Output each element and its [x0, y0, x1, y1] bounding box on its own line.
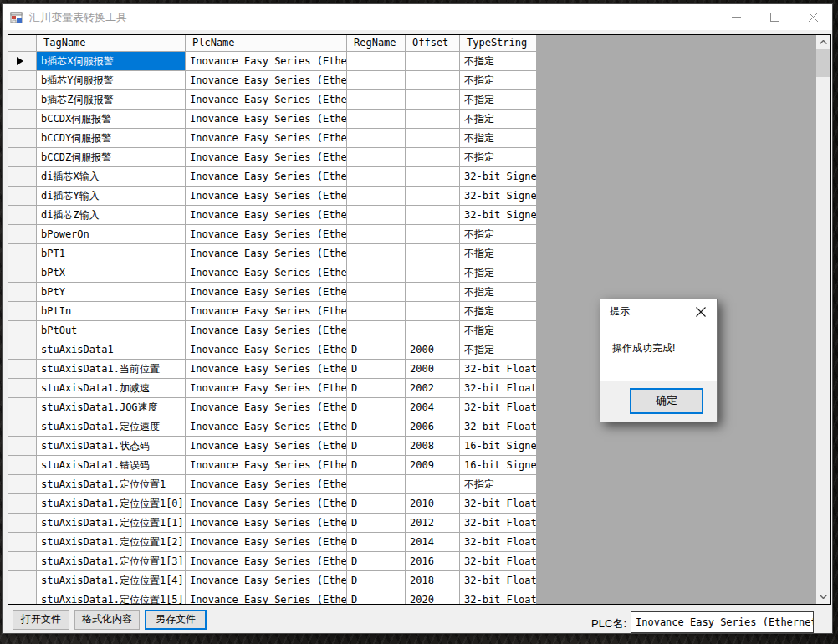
table-cell[interactable]: di插芯X输入 [37, 167, 186, 187]
table-cell[interactable]: Inovance Easy Series (Ethernet) [186, 571, 347, 590]
table-cell[interactable]: D [347, 533, 406, 552]
table-cell[interactable]: Inovance Easy Series (Ethernet) [186, 187, 347, 206]
table-cell[interactable]: stuAxisData1.状态码 [37, 437, 186, 456]
row-header[interactable] [8, 552, 37, 571]
table-cell[interactable] [406, 302, 460, 321]
table-cell[interactable]: stuAxisData1.错误码 [37, 456, 186, 475]
format-content-button[interactable]: 格式化内容 [74, 610, 140, 630]
table-cell[interactable]: bCCDX伺服报警 [37, 110, 186, 129]
table-cell[interactable]: Inovance Easy Series (Ethernet) [186, 206, 347, 225]
dialog-title-bar[interactable]: 提示 [600, 299, 717, 324]
table-cell[interactable] [347, 283, 406, 302]
table-cell[interactable]: 2009 [406, 456, 460, 475]
dialog-ok-button[interactable]: 确定 [630, 388, 703, 414]
table-cell[interactable]: b插芯Y伺服报警 [37, 71, 186, 90]
table-cell[interactable]: stuAxisData1.定位位置1[1] [37, 514, 186, 533]
table-cell[interactable]: stuAxisData1.定位位置1[2] [37, 533, 186, 552]
table-cell[interactable]: stuAxisData1.定位位置1[5] [37, 590, 186, 605]
table-cell[interactable] [406, 52, 460, 71]
table-cell[interactable]: 2018 [406, 571, 460, 590]
table-cell[interactable]: 不指定 [460, 321, 537, 340]
plc-name-input[interactable] [631, 611, 814, 633]
table-cell[interactable]: 32-bit Float [460, 398, 537, 417]
table-cell[interactable]: Inovance Easy Series (Ethernet) [186, 590, 347, 605]
table-cell[interactable]: Inovance Easy Series (Ethernet) [186, 90, 347, 110]
table-cell[interactable]: 不指定 [460, 244, 537, 263]
table-cell[interactable] [347, 263, 406, 283]
row-header[interactable] [8, 52, 37, 71]
table-cell[interactable]: Inovance Easy Series (Ethernet) [186, 225, 347, 244]
table-cell[interactable]: Inovance Easy Series (Ethernet) [186, 340, 347, 360]
table-cell[interactable] [406, 167, 460, 187]
table-cell[interactable]: b插芯X伺服报警 [37, 52, 186, 71]
table-cell[interactable]: 不指定 [460, 283, 537, 302]
table-cell[interactable]: 不指定 [460, 340, 537, 360]
table-cell[interactable]: D [347, 360, 406, 379]
table-cell[interactable] [347, 321, 406, 340]
table-cell[interactable]: 不指定 [460, 148, 537, 167]
table-cell[interactable]: bPtX [37, 263, 186, 283]
row-header[interactable] [8, 475, 37, 494]
table-cell[interactable]: 2008 [406, 437, 460, 456]
table-cell[interactable]: D [347, 590, 406, 605]
title-bar[interactable]: 汇川变量表转换工具 [3, 4, 832, 30]
table-cell[interactable]: D [347, 494, 406, 514]
row-header[interactable] [8, 417, 37, 437]
table-cell[interactable]: di插芯Z输入 [37, 206, 186, 225]
open-file-button[interactable]: 打开文件 [13, 610, 69, 630]
table-cell[interactable]: 2016 [406, 552, 460, 571]
table-cell[interactable]: Inovance Easy Series (Ethernet) [186, 379, 347, 398]
table-cell[interactable]: 2010 [406, 494, 460, 514]
table-cell[interactable]: stuAxisData1.定位位置1[0] [37, 494, 186, 514]
table-cell[interactable]: bPtIn [37, 302, 186, 321]
table-cell[interactable] [406, 206, 460, 225]
table-cell[interactable]: Inovance Easy Series (Ethernet) [186, 494, 347, 514]
column-header-typestring[interactable]: TypeString [460, 35, 537, 52]
minimize-button[interactable] [717, 4, 755, 30]
table-cell[interactable]: 16-bit Signed [460, 456, 537, 475]
table-cell[interactable]: 2002 [406, 379, 460, 398]
table-cell[interactable]: D [347, 417, 406, 437]
table-cell[interactable]: 32-bit Signed [460, 187, 537, 206]
table-cell[interactable]: 32-bit Signed [460, 206, 537, 225]
table-cell[interactable]: 不指定 [460, 52, 537, 71]
table-cell[interactable]: D [347, 398, 406, 417]
table-cell[interactable]: D [347, 514, 406, 533]
row-header[interactable] [8, 167, 37, 187]
table-cell[interactable]: stuAxisData1.定位速度 [37, 417, 186, 437]
table-cell[interactable] [406, 148, 460, 167]
table-cell[interactable]: di插芯Y输入 [37, 187, 186, 206]
table-cell[interactable]: 不指定 [460, 225, 537, 244]
row-header[interactable] [8, 225, 37, 244]
table-cell[interactable]: 2004 [406, 398, 460, 417]
table-cell[interactable]: Inovance Easy Series (Ethernet) [186, 360, 347, 379]
table-corner-header[interactable] [8, 35, 37, 52]
table-cell[interactable]: D [347, 437, 406, 456]
row-header[interactable] [8, 590, 37, 605]
row-header[interactable] [8, 360, 37, 379]
table-cell[interactable]: 32-bit Float [460, 571, 537, 590]
table-cell[interactable] [406, 129, 460, 148]
row-header[interactable] [8, 494, 37, 514]
table-cell[interactable]: 16-bit Signed [460, 437, 537, 456]
row-header[interactable] [8, 533, 37, 552]
row-header[interactable] [8, 456, 37, 475]
row-header[interactable] [8, 321, 37, 340]
row-header[interactable] [8, 206, 37, 225]
table-cell[interactable]: Inovance Easy Series (Ethernet) [186, 552, 347, 571]
table-cell[interactable]: 32-bit Float [460, 552, 537, 571]
table-cell[interactable]: bCCDY伺服报警 [37, 129, 186, 148]
row-header[interactable] [8, 437, 37, 456]
row-header[interactable] [8, 71, 37, 90]
row-header[interactable] [8, 263, 37, 283]
table-cell[interactable]: 32-bit Float [460, 417, 537, 437]
table-cell[interactable]: bPowerOn [37, 225, 186, 244]
table-cell[interactable]: b插芯Z伺服报警 [37, 90, 186, 110]
table-cell[interactable]: 32-bit Float [460, 533, 537, 552]
table-cell[interactable]: bPT1 [37, 244, 186, 263]
table-cell[interactable]: D [347, 456, 406, 475]
column-header-regname[interactable]: RegName [347, 35, 406, 52]
table-cell[interactable] [347, 52, 406, 71]
row-header[interactable] [8, 379, 37, 398]
table-cell[interactable]: stuAxisData1.加减速 [37, 379, 186, 398]
